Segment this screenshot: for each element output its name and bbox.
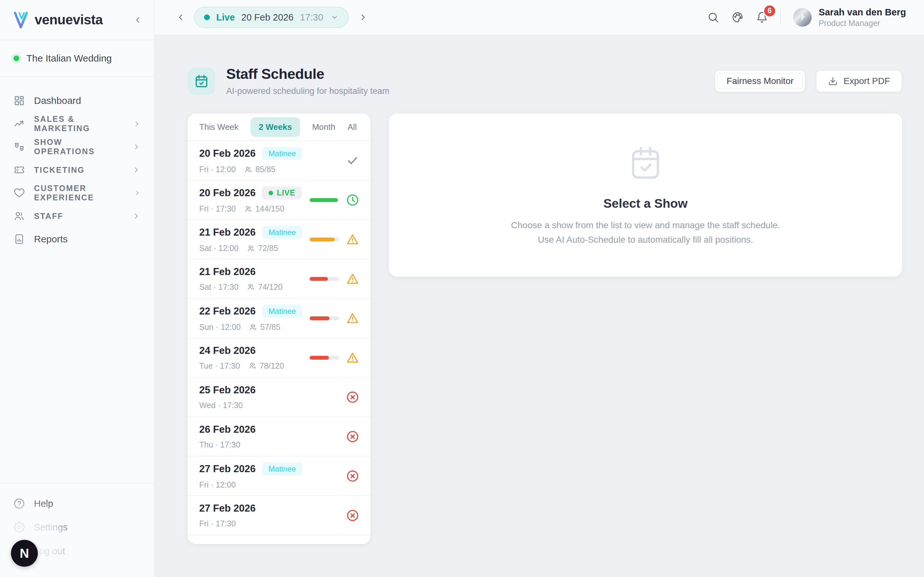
- show-day-time: Fri · 12:00: [199, 480, 236, 490]
- sidebar-item-help[interactable]: Help: [0, 492, 154, 516]
- tab-month[interactable]: Month: [312, 122, 335, 132]
- sidebar-nav: Dashboard SALES & MARKETING SHOW OPERATI…: [0, 77, 154, 251]
- show-meta: Thu · 17:30: [199, 440, 256, 450]
- fairness-monitor-button[interactable]: Fairness Monitor: [714, 70, 806, 92]
- show-list-item[interactable]: 21 Feb 2026 Sat · 17:30 74/120: [188, 259, 371, 299]
- notification-count-badge: 6: [763, 4, 776, 18]
- search-button[interactable]: [707, 11, 719, 23]
- help-circle-icon: [13, 498, 25, 509]
- show-meta: Sat · 17:30 74/120: [199, 282, 283, 292]
- show-list-item[interactable]: 26 Feb 2026 Thu · 17:30: [188, 417, 371, 456]
- cancelled-icon: [346, 509, 359, 522]
- show-day-time: Sun · 12:00: [199, 322, 241, 332]
- schedule-detail-card: Select a Show Choose a show from the lis…: [389, 113, 902, 277]
- theater-masks-icon: [13, 141, 25, 153]
- show-date: 24 Feb 2026: [199, 345, 256, 356]
- search-icon: [707, 11, 719, 23]
- sidebar: venuevista The Italian Wedding Dashboard…: [0, 0, 155, 577]
- live-dot: [268, 191, 273, 195]
- staffing-progress-bar: [310, 316, 339, 320]
- dev-tools-badge[interactable]: N: [11, 540, 38, 567]
- chevron-right-icon: [132, 166, 141, 174]
- sidebar-item-reports[interactable]: Reports: [0, 227, 154, 251]
- sidebar-item-sales-marketing[interactable]: SALES & MARKETING: [0, 112, 154, 135]
- sidebar-item-label: Dashboard: [34, 95, 81, 106]
- attendance-count: 74/120: [258, 282, 282, 292]
- chevron-right-icon: [134, 189, 141, 197]
- download-icon: [828, 76, 838, 86]
- check-icon: [346, 154, 359, 167]
- show-list-item[interactable]: 22 Feb 2026 Matinee Sun · 12:00 57/85: [188, 299, 371, 338]
- venuevista-logo-icon: [11, 11, 30, 29]
- attendance-count: 78/120: [260, 361, 284, 371]
- show-list-item[interactable]: 20 Feb 2026 Matinee Fri · 12:00 85/85: [188, 141, 371, 181]
- attendance-count: 57/85: [260, 322, 280, 332]
- show-badge: LIVE: [262, 186, 302, 199]
- warning-icon: [346, 351, 359, 364]
- chevron-right-icon: [359, 13, 368, 22]
- sidebar-collapse-button[interactable]: [133, 15, 142, 25]
- staffing-progress-bar: [310, 198, 339, 202]
- show-date: 27 Feb 2026: [199, 503, 256, 514]
- show-day-time: Fri · 17:30: [199, 519, 236, 528]
- show-list-item[interactable]: 28 Feb 2026 Matinee: [188, 535, 371, 544]
- show-meta: Fri · 12:00: [199, 480, 302, 490]
- show-badge-label: Matinee: [268, 149, 296, 158]
- project-name: The Italian Wedding: [26, 53, 111, 64]
- show-badge: Matinee: [262, 462, 302, 475]
- sidebar-item-ticketing[interactable]: TICKETING: [0, 158, 154, 181]
- topbar: Live 20 Feb 2026 17:30 6 ✈ Sarah van den…: [155, 0, 924, 35]
- export-pdf-label: Export PDF: [843, 76, 890, 86]
- show-date: 25 Feb 2026: [199, 384, 256, 396]
- show-meta: Fri · 12:00 85/85: [199, 165, 302, 174]
- user-menu[interactable]: ✈ Sarah van den Berg Product Manager: [793, 7, 906, 28]
- page-subtitle: AI-powered scheduling for hospitality te…: [226, 86, 389, 96]
- show-day-time: Fri · 12:00: [199, 165, 236, 174]
- show-list-item[interactable]: 27 Feb 2026 Matinee Fri · 12:00: [188, 456, 371, 496]
- sidebar-item-show-operations[interactable]: SHOW OPERATIONS: [0, 135, 154, 158]
- show-list-item[interactable]: 25 Feb 2026 Wed · 17:30: [188, 378, 371, 417]
- show-list-item[interactable]: 24 Feb 2026 Tue · 17:30 78/120: [188, 338, 371, 378]
- show-date: 20 Feb 2026: [199, 187, 256, 199]
- warning-icon: [346, 312, 359, 325]
- sidebar-item-settings[interactable]: Settings: [0, 516, 154, 539]
- attendance-count: 85/85: [255, 165, 276, 174]
- project-selector[interactable]: The Italian Wedding: [0, 40, 154, 77]
- main-content: Staff Schedule AI-powered scheduling for…: [155, 35, 924, 577]
- show-list-item[interactable]: 27 Feb 2026 Fri · 17:30: [188, 496, 371, 535]
- chevron-down-icon: [331, 13, 338, 21]
- cancelled-icon: [346, 470, 359, 482]
- chevron-left-icon: [176, 13, 186, 22]
- theme-button[interactable]: [732, 11, 744, 23]
- attendance-count: 72/85: [258, 243, 278, 253]
- tab-all[interactable]: All: [347, 122, 357, 132]
- attendance: 72/85: [247, 243, 278, 253]
- brand-wordmark: venuevista: [35, 12, 103, 27]
- live-show-selector[interactable]: Live 20 Feb 2026 17:30: [194, 7, 349, 28]
- tab-2-weeks[interactable]: 2 Weeks: [250, 117, 300, 137]
- show-list-item[interactable]: 20 Feb 2026 LIVE Fri · 17:30 144/150: [188, 181, 371, 220]
- sidebar-item-staff[interactable]: STAFF: [0, 205, 154, 227]
- people-icon: [244, 165, 252, 174]
- sidebar-item-dashboard[interactable]: Dashboard: [0, 89, 154, 112]
- sidebar-item-label: SALES & MARKETING: [34, 114, 124, 133]
- people-icon: [247, 283, 255, 291]
- notifications-button[interactable]: 6: [756, 11, 768, 23]
- sidebar-item-customer-experience[interactable]: CUSTOMER EXPERIENCE: [0, 181, 154, 205]
- previous-show-button[interactable]: [173, 10, 188, 25]
- live-show-time: 17:30: [300, 12, 323, 23]
- user-avatar: ✈: [793, 8, 812, 27]
- people-icon: [244, 205, 252, 213]
- attendance: 78/120: [248, 361, 284, 371]
- show-day-time: Thu · 17:30: [199, 440, 240, 450]
- report-document-icon: [13, 234, 25, 245]
- show-date: 21 Feb 2026: [199, 266, 256, 277]
- next-show-button[interactable]: [356, 10, 371, 25]
- attendance: 144/150: [244, 204, 284, 213]
- export-pdf-button[interactable]: Export PDF: [816, 70, 902, 92]
- tab-this-week[interactable]: This Week: [199, 122, 238, 132]
- ticket-icon: [13, 164, 25, 176]
- show-list-item[interactable]: 21 Feb 2026 Matinee Sat · 12:00 72/85: [188, 220, 371, 259]
- warning-icon: [346, 233, 359, 246]
- live-label: Live: [216, 12, 235, 23]
